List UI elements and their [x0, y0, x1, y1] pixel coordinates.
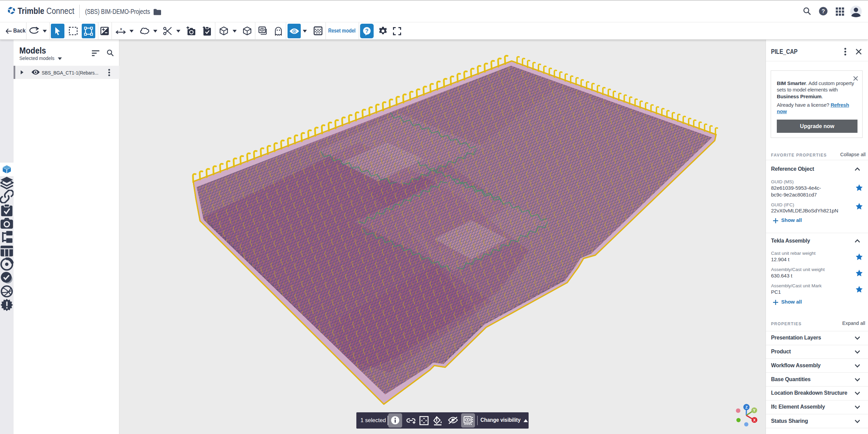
svg-text:Z: Z	[745, 405, 748, 409]
svg-text:X: X	[753, 418, 756, 422]
svg-text:x: x	[120, 27, 122, 31]
svg-text:?: ?	[365, 28, 369, 34]
svg-text:Y: Y	[753, 408, 756, 412]
svg-text:?: ?	[822, 8, 825, 14]
